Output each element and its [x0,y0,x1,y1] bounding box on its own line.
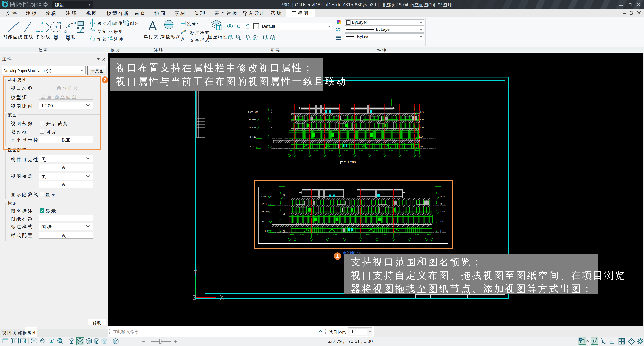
svg-text:X: X [220,294,224,301]
svg-text:Y: Y [193,268,198,275]
svg-text:5700: 5700 [414,125,416,129]
svg-text:5700: 5700 [268,125,269,129]
svg-text:立面图 1:200: 立面图 1:200 [337,160,356,164]
svg-text:2F 5.10: 2F 5.10 [250,136,256,138]
svg-text:3F 10.80: 3F 10.80 [249,126,256,128]
svg-text:3600: 3600 [268,108,269,111]
svg-text:5150: 5150 [414,145,416,148]
svg-text:4F 14.40: 4F 14.40 [249,118,256,120]
svg-text:5.10: 5.10 [419,136,423,138]
svg-text:Z: Z [193,294,196,301]
svg-text:10.80: 10.80 [419,126,424,128]
svg-text:5150: 5150 [268,145,269,148]
svg-text:A: A [181,36,185,43]
svg-text:16.20: 16.20 [419,111,424,113]
svg-text:3600: 3600 [414,108,416,111]
svg-text:5150: 5150 [414,135,416,138]
svg-text:10.80: 10.80 [271,126,272,130]
svg-text:3600: 3600 [268,117,269,120]
svg-text:-0.05: -0.05 [271,146,272,149]
svg-text:3600: 3600 [414,117,416,120]
svg-text:16.20: 16.20 [271,109,272,113]
svg-text:5150: 5150 [268,135,269,138]
svg-text:-0.05: -0.05 [419,146,423,148]
svg-text:1F -0.05: 1F -0.05 [249,146,256,148]
svg-text:14.40: 14.40 [419,118,424,120]
svg-text:A: A [148,19,157,33]
